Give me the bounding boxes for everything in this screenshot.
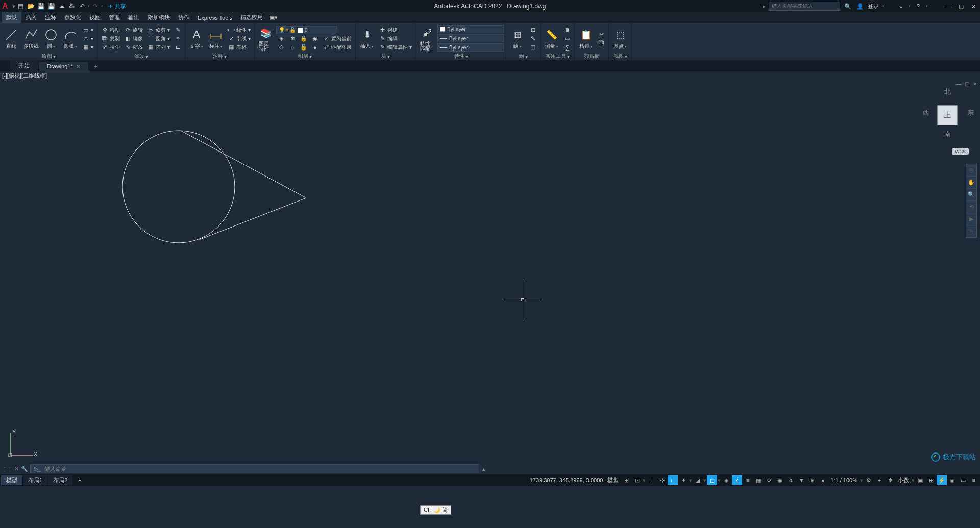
count-button[interactable]: ∑	[562, 43, 572, 52]
offset-button[interactable]: ⊏	[173, 43, 183, 52]
layout1-tab[interactable]: 布局1	[23, 475, 47, 485]
add-layout-button[interactable]: +	[73, 476, 86, 484]
osnap-icon[interactable]: ◻	[707, 475, 717, 485]
layer-off-button[interactable]: ◉	[310, 35, 320, 43]
tab-manage[interactable]: 管理	[105, 12, 124, 23]
scale-display[interactable]: 1:1 / 100%	[828, 476, 860, 484]
text-button[interactable]: A 文字	[187, 27, 206, 51]
qprops-icon[interactable]: ▣	[915, 475, 925, 485]
group-button[interactable]: ⊞ 组	[508, 27, 527, 51]
nav-orbit-icon[interactable]: ⟲	[966, 201, 976, 213]
user-icon[interactable]: 👤	[855, 2, 865, 11]
lineweight-icon[interactable]: ≡	[743, 475, 753, 485]
tab-insert[interactable]: 插入	[21, 12, 41, 23]
viewcube-north[interactable]: 北	[944, 87, 951, 96]
group-edit-button[interactable]: ✎	[528, 35, 538, 43]
polar-icon[interactable]: ✦	[678, 475, 689, 485]
basepoint-button[interactable]: ⬚ 基点	[611, 27, 629, 51]
cmd-drag-handle-icon[interactable]: ⋮⋮	[2, 466, 12, 472]
viewport-label[interactable]: [-][俯视][二维线框]	[0, 71, 980, 80]
app-logo[interactable]: A	[2, 2, 8, 11]
plus-icon[interactable]: +	[874, 475, 885, 485]
search-icon[interactable]: 🔍	[843, 2, 852, 11]
grid-toggle-icon[interactable]: ⊞	[621, 475, 631, 485]
cut-button[interactable]: ✂	[596, 30, 606, 38]
tab-output[interactable]: 输出	[124, 12, 143, 23]
nav-expand-icon[interactable]: ≡	[966, 225, 976, 238]
search-input[interactable]: 键入关键字或短语	[769, 2, 840, 11]
share-button[interactable]: ✈ 共享	[108, 3, 126, 10]
nav-wheel-icon[interactable]: ◎	[966, 164, 976, 177]
move-button[interactable]: ✥移动	[100, 26, 121, 34]
drawing-tab[interactable]: Drawing1*✕	[39, 62, 88, 71]
drawing-area[interactable]: — ▢ ✕ 北 南 西 东 上 WCS ◎ ✋ 🔍 ⟲ ▶ ≡ Y X	[0, 80, 980, 463]
stretch-button[interactable]: ⤢拉伸	[100, 43, 121, 52]
layer-iso-button[interactable]: ◈	[276, 35, 286, 43]
linear-dim-button[interactable]: ⟷线性▾	[226, 26, 252, 34]
add-tab-button[interactable]: +	[89, 62, 103, 71]
cmd-history-icon[interactable]: ▴	[482, 466, 485, 472]
start-tab[interactable]: 开始	[10, 60, 38, 71]
measure-button[interactable]: 📏 测量	[543, 27, 561, 51]
new-icon[interactable]: ▤	[16, 2, 26, 11]
gear-icon[interactable]: ⚙	[864, 475, 874, 485]
nav-zoom-icon[interactable]: 🔍	[966, 189, 976, 201]
units-display[interactable]: 小数	[896, 475, 911, 485]
tab-collaborate[interactable]: 协作	[174, 12, 193, 23]
viewcube[interactable]: 北 南 西 东 上	[922, 85, 973, 146]
layer-on-button[interactable]: ●	[310, 43, 320, 52]
scale-button[interactable]: ⤡缩放	[122, 43, 144, 52]
explode-button[interactable]: ✧	[173, 35, 183, 43]
hatch-button[interactable]: ▦▾	[81, 43, 95, 52]
nav-pan-icon[interactable]: ✋	[966, 177, 976, 189]
ribbon-toggle-icon[interactable]: ▣▾	[269, 13, 278, 22]
viewcube-top[interactable]: 上	[937, 105, 958, 125]
filter-icon[interactable]: ▼	[796, 475, 806, 485]
model-tab[interactable]: 模型	[1, 475, 22, 485]
rectangle-button[interactable]: ▭▾	[81, 26, 95, 34]
maximize-button[interactable]: ▢	[957, 2, 966, 11]
transparency-icon[interactable]: ▦	[753, 475, 764, 485]
3dosnap-icon[interactable]: ◉	[775, 475, 785, 485]
mirror-button[interactable]: ◧镜像	[122, 35, 144, 43]
layer-freeze-button[interactable]: ❄	[287, 35, 298, 43]
help-icon[interactable]: ?	[914, 2, 923, 11]
tab-parametric[interactable]: 参数化	[60, 12, 85, 23]
leader-button[interactable]: ↙引线▾	[226, 35, 252, 43]
match-layer-button[interactable]: ⇄匹配图层	[321, 43, 353, 52]
login-label[interactable]: 登录	[868, 3, 879, 10]
select-button[interactable]: ▭	[562, 35, 572, 43]
arc-button[interactable]: 圆弧	[61, 27, 80, 51]
redo-icon[interactable]: ↷	[91, 2, 100, 11]
polyline-button[interactable]: 多段线	[21, 27, 41, 51]
tab-express[interactable]: Express Tools	[193, 13, 236, 22]
tab-addins[interactable]: 附加模块	[143, 12, 174, 23]
command-input[interactable]: ▷_ 键入命令	[30, 464, 479, 473]
layer-properties-button[interactable]: 📚 图层特性	[257, 25, 275, 53]
open-icon[interactable]: 📂	[27, 2, 36, 11]
table-button[interactable]: ▦表格	[226, 43, 252, 52]
app-icon[interactable]: ⟐	[896, 2, 905, 11]
annotation-vis-icon[interactable]: ✱	[885, 475, 895, 485]
minimize-button[interactable]: —	[944, 2, 953, 11]
infer-icon[interactable]: ∟	[646, 475, 656, 485]
layout2-tab[interactable]: 布局2	[48, 475, 72, 485]
calc-button[interactable]: 🖩	[562, 26, 572, 34]
rotate-button[interactable]: ⟳旋转	[122, 26, 144, 34]
otrack-icon[interactable]: ∠	[732, 475, 742, 485]
circle-button[interactable]: 圆	[42, 27, 60, 51]
customize-icon[interactable]: ≡	[969, 475, 979, 485]
cmd-close-icon[interactable]: ✕	[14, 466, 19, 472]
close-tab-icon[interactable]: ✕	[76, 64, 80, 69]
webmobile-icon[interactable]: ☁	[57, 2, 66, 11]
cleanscreen-icon[interactable]: ▭	[958, 475, 968, 485]
copyclip-button[interactable]: ⿻	[596, 39, 606, 47]
linetype-selector[interactable]: ByLayer	[437, 43, 504, 52]
ungroup-button[interactable]: ⊟	[528, 26, 538, 34]
fillet-button[interactable]: ⌒圆角▾	[145, 35, 172, 43]
viewcube-east[interactable]: 东	[967, 108, 974, 117]
isodraft-icon[interactable]: ◢	[693, 475, 703, 485]
workspace-icon[interactable]: ⊞	[926, 475, 936, 485]
gizmo-icon[interactable]: ⊕	[807, 475, 817, 485]
match-properties-button[interactable]: 🖌 特性匹配	[418, 25, 436, 53]
